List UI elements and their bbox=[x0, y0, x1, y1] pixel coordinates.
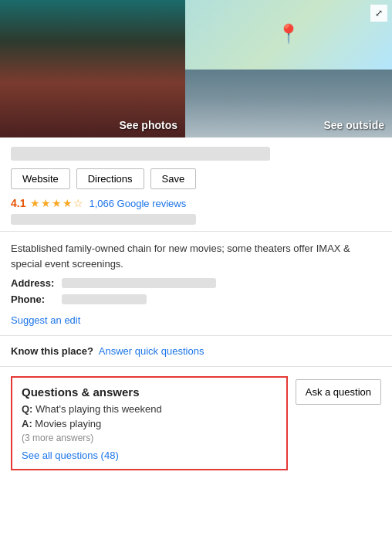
know-section: Know this place? Answer quick questions bbox=[0, 336, 392, 367]
suggest-edit-link[interactable]: Suggest an edit bbox=[11, 314, 80, 326]
more-answers: (3 more answers) bbox=[22, 433, 277, 443]
map-thumbnail[interactable]: 📍 ⤢ bbox=[185, 0, 392, 70]
phone-value bbox=[62, 294, 147, 304]
info-section: Website Directions Save 4.1 ★★★★☆ 1,066 … bbox=[0, 137, 392, 232]
place-name-bar bbox=[11, 147, 270, 161]
interior-photo[interactable]: See photos bbox=[0, 0, 185, 137]
see-photos-label: See photos bbox=[120, 119, 177, 131]
qa-title: Questions & answers bbox=[22, 385, 277, 399]
reviews-link[interactable]: 1,066 Google reviews bbox=[89, 198, 186, 209]
save-button[interactable]: Save bbox=[150, 168, 197, 189]
photo-section: See photos 📍 ⤢ See outside bbox=[0, 0, 392, 137]
qa-question: Q: What's playing this weekend bbox=[22, 403, 277, 415]
qa-box: Questions & answers Q: What's playing th… bbox=[11, 376, 288, 470]
category-bar bbox=[11, 214, 196, 225]
action-buttons: Website Directions Save bbox=[11, 168, 381, 189]
phone-row: Phone: bbox=[11, 294, 381, 305]
expand-icon[interactable]: ⤢ bbox=[370, 5, 387, 22]
right-photos: 📍 ⤢ See outside bbox=[185, 0, 392, 137]
website-button[interactable]: Website bbox=[11, 168, 70, 189]
answer-text: Movies playing bbox=[35, 418, 101, 429]
outside-photo[interactable]: See outside bbox=[185, 70, 392, 137]
description-text: Established family-owned chain for new m… bbox=[11, 241, 381, 271]
address-row: Address: bbox=[11, 277, 381, 289]
a-label: A: bbox=[22, 418, 32, 429]
qa-answer: A: Movies playing bbox=[22, 418, 277, 429]
see-outside-label: See outside bbox=[323, 119, 384, 131]
q-label: Q: bbox=[22, 403, 32, 415]
phone-label: Phone: bbox=[11, 294, 57, 305]
rating-stars: ★★★★☆ bbox=[30, 197, 84, 209]
question-text: What's playing this weekend bbox=[35, 403, 162, 415]
address-value bbox=[62, 278, 216, 288]
ask-question-button[interactable]: Ask a question bbox=[296, 379, 381, 405]
directions-button[interactable]: Directions bbox=[76, 168, 144, 189]
rating-row: 4.1 ★★★★☆ 1,066 Google reviews bbox=[11, 197, 381, 209]
qa-section: Questions & answers Q: What's playing th… bbox=[0, 367, 392, 480]
see-all-questions-link[interactable]: See all questions (48) bbox=[22, 450, 119, 461]
rating-value: 4.1 bbox=[11, 197, 25, 209]
description-section: Established family-owned chain for new m… bbox=[0, 232, 392, 336]
know-label: Know this place? bbox=[11, 345, 93, 357]
address-label: Address: bbox=[11, 277, 57, 289]
map-pin-icon: 📍 bbox=[277, 23, 300, 45]
answer-questions-link[interactable]: Answer quick questions bbox=[99, 345, 204, 357]
